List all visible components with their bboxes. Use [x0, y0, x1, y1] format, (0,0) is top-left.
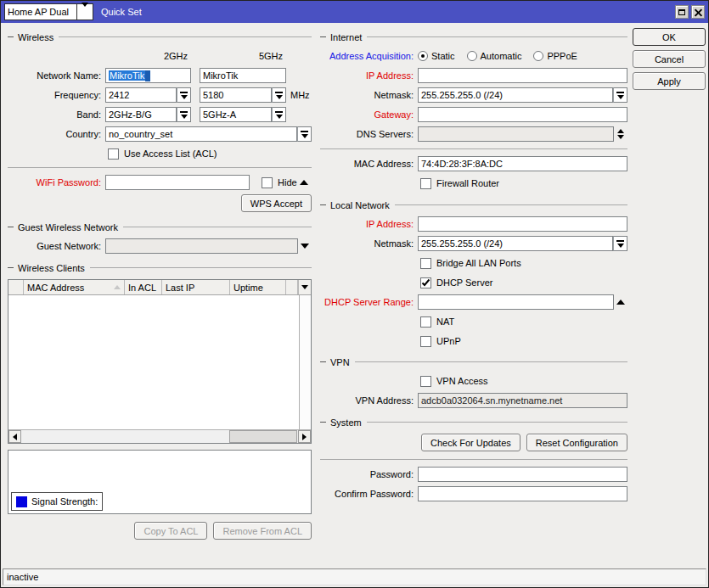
- frequency-2ghz-dropdown-button[interactable]: [177, 87, 191, 103]
- table-col-selector[interactable]: [8, 280, 24, 294]
- network-name-2ghz-input[interactable]: MikroTik: [105, 68, 191, 83]
- column-label: In ACL: [128, 283, 156, 293]
- vpn-access-checkbox[interactable]: [420, 376, 431, 387]
- guest-network-dropdown-button[interactable]: [298, 244, 312, 249]
- dns-servers-input[interactable]: [418, 126, 614, 142]
- scroll-left-button[interactable]: [8, 430, 21, 443]
- table-col-uptime[interactable]: Uptime: [230, 280, 286, 294]
- scrollbar-thumb[interactable]: [229, 430, 297, 443]
- upnp-checkbox[interactable]: [420, 336, 431, 347]
- vpn-address-label: VPN Address:: [320, 395, 418, 406]
- use-acl-checkbox[interactable]: [108, 148, 119, 160]
- confirm-password-input[interactable]: [418, 486, 627, 501]
- band-2ghz-select[interactable]: 2GHz-B/G: [105, 107, 177, 122]
- dhcp-server-range-label: DHCP Server Range:: [320, 297, 418, 307]
- check-for-updates-button[interactable]: Check For Updates: [421, 434, 520, 451]
- dhcp-server-checkbox[interactable]: [420, 277, 431, 288]
- wps-accept-button[interactable]: WPS Accept: [241, 194, 312, 212]
- internet-ip-address-input[interactable]: [418, 68, 627, 83]
- chevron-down-icon: [617, 244, 624, 248]
- profile-selector-value[interactable]: Home AP Dual: [4, 3, 77, 20]
- frequency-label: Frequency:: [8, 90, 105, 100]
- local-netmask-dropdown-button[interactable]: [613, 236, 627, 251]
- section-system[interactable]: System: [320, 416, 627, 428]
- band-2ghz-dropdown-button[interactable]: [177, 107, 191, 122]
- section-guest-wireless[interactable]: Guest Wireless Network: [8, 221, 312, 233]
- section-local-network[interactable]: Local Network: [320, 199, 627, 211]
- section-label: Wireless: [18, 32, 53, 42]
- collapse-section-button[interactable]: [297, 180, 311, 185]
- firewall-router-checkbox[interactable]: [420, 178, 431, 189]
- titlebar[interactable]: Home AP Dual Quick Set: [1, 1, 708, 23]
- copy-to-acl-button[interactable]: Copy To ACL: [134, 522, 207, 540]
- radio-pppoe[interactable]: [533, 51, 543, 61]
- collapse-icon: [8, 267, 14, 268]
- mac-address-input[interactable]: 74:4D:28:3F:8A:DC: [418, 156, 627, 171]
- section-vpn[interactable]: VPN: [320, 356, 627, 368]
- password-input[interactable]: [418, 467, 627, 482]
- section-line: [59, 36, 312, 37]
- table-col-last-ip[interactable]: Last IP: [162, 280, 230, 294]
- dhcp-server-range-input[interactable]: [418, 294, 614, 310]
- horizontal-scrollbar[interactable]: [8, 429, 311, 443]
- local-ip-address-input[interactable]: [418, 216, 627, 232]
- scroll-right-button[interactable]: [298, 430, 311, 443]
- section-line: [367, 422, 627, 423]
- section-wireless[interactable]: Wireless: [8, 31, 312, 43]
- chevron-down-icon: [301, 285, 308, 289]
- ok-button[interactable]: OK: [633, 28, 706, 46]
- table-col-in-acl[interactable]: In ACL: [125, 280, 162, 294]
- nat-checkbox[interactable]: [420, 316, 431, 328]
- table-menu-button[interactable]: [298, 280, 311, 294]
- signal-strength-label: Signal Strength:: [31, 496, 98, 507]
- country-dropdown-button[interactable]: [297, 126, 312, 142]
- reset-configuration-button[interactable]: Reset Configuration: [526, 434, 627, 451]
- table-col-extra: [286, 280, 298, 294]
- scrollbar-track[interactable]: [21, 430, 298, 443]
- maximize-button[interactable]: [675, 5, 689, 19]
- vertical-scrollbar[interactable]: [299, 295, 311, 429]
- bridge-all-lan-ports-checkbox[interactable]: [420, 258, 431, 269]
- hide-password-checkbox[interactable]: [262, 177, 273, 188]
- gateway-input[interactable]: [418, 107, 627, 122]
- text-cursor: [145, 70, 150, 81]
- band-5ghz-select[interactable]: 5GHz-A: [200, 107, 272, 122]
- band-5ghz-dropdown-button[interactable]: [272, 107, 286, 122]
- column-label: MAC Address: [27, 283, 84, 293]
- frequency-2ghz-input[interactable]: 2412: [105, 87, 177, 103]
- frequency-5ghz-input[interactable]: 5180: [200, 87, 272, 103]
- dhcp-server-label: DHCP Server: [436, 277, 492, 288]
- table-body-empty[interactable]: [8, 295, 299, 429]
- close-button[interactable]: [691, 5, 705, 19]
- wifi-password-input[interactable]: [105, 175, 250, 190]
- internet-netmask-dropdown-button[interactable]: [613, 87, 627, 103]
- sort-ascending-icon: [114, 285, 121, 289]
- remove-from-acl-button[interactable]: Remove From ACL: [213, 522, 312, 540]
- column-header-2ghz: 2GHz: [105, 51, 191, 61]
- cancel-button[interactable]: Cancel: [633, 50, 706, 68]
- mac-address-label: MAC Address:: [320, 159, 418, 169]
- internet-netmask-select[interactable]: 255.255.255.0 (/24): [418, 87, 613, 103]
- radio-automatic[interactable]: [467, 51, 477, 61]
- guest-network-select[interactable]: [105, 238, 298, 254]
- country-select[interactable]: no_country_set: [105, 126, 297, 142]
- status-bar: inactive: [1, 567, 708, 587]
- internet-ip-address-label: IP Address:: [320, 70, 418, 81]
- dropdown-bar-icon: [180, 111, 188, 113]
- frequency-5ghz-dropdown-button[interactable]: [272, 87, 286, 103]
- profile-selector[interactable]: Home AP Dual: [4, 3, 93, 20]
- section-line: [355, 361, 627, 362]
- profile-dropdown-button[interactable]: [77, 3, 93, 20]
- section-label: Internet: [330, 32, 362, 42]
- table-col-mac-address[interactable]: MAC Address: [24, 280, 125, 294]
- dhcp-range-collapse-button[interactable]: [614, 300, 627, 305]
- section-internet[interactable]: Internet: [320, 31, 627, 43]
- dropdown-bar-icon: [275, 111, 283, 113]
- local-netmask-select[interactable]: 255.255.255.0 (/24): [418, 236, 613, 251]
- window-title: Quick Set: [101, 7, 672, 17]
- radio-static[interactable]: [418, 51, 428, 61]
- section-wireless-clients[interactable]: Wireless Clients: [8, 261, 312, 274]
- apply-button[interactable]: Apply: [633, 72, 706, 90]
- dns-add-remove-button[interactable]: [614, 129, 627, 139]
- network-name-5ghz-input[interactable]: MikroTik: [200, 68, 286, 83]
